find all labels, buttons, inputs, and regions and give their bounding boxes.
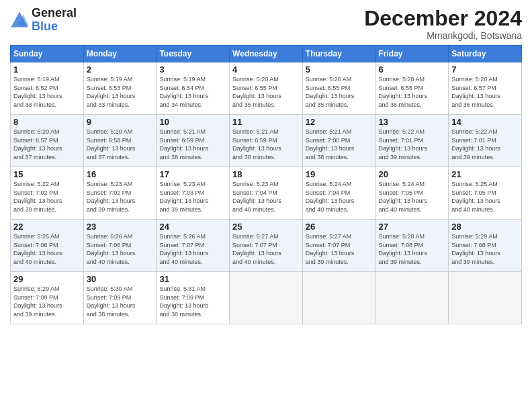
day-info: Sunrise: 5:30 AMSunset: 7:09 PMDaylight:… bbox=[87, 285, 154, 318]
day-info: Sunrise: 5:23 AMSunset: 7:03 PMDaylight:… bbox=[159, 180, 226, 214]
day-number: 5 bbox=[306, 64, 373, 75]
calendar-cell: 15 Sunrise: 5:22 AMSunset: 7:02 PMDaylig… bbox=[11, 167, 84, 220]
day-number: 14 bbox=[451, 117, 519, 127]
day-number: 1 bbox=[13, 64, 81, 75]
calendar-cell: 10 Sunrise: 5:21 AMSunset: 6:59 PMDaylig… bbox=[157, 115, 230, 167]
day-number: 23 bbox=[87, 222, 154, 232]
calendar-cell: 6 Sunrise: 5:20 AMSunset: 6:56 PMDayligh… bbox=[375, 62, 449, 115]
day-info: Sunrise: 5:31 AMSunset: 7:09 PMDaylight:… bbox=[159, 285, 226, 318]
day-info: Sunrise: 5:19 AMSunset: 6:53 PMDaylight:… bbox=[87, 75, 154, 109]
day-info: Sunrise: 5:24 AMSunset: 7:04 PMDaylight:… bbox=[306, 180, 373, 214]
day-number: 20 bbox=[379, 169, 446, 179]
day-number: 4 bbox=[232, 64, 300, 75]
calendar-week-2: 8 Sunrise: 5:20 AMSunset: 6:57 PMDayligh… bbox=[11, 115, 522, 167]
day-number: 21 bbox=[451, 169, 519, 179]
day-info: Sunrise: 5:20 AMSunset: 6:56 PMDaylight:… bbox=[379, 75, 446, 109]
day-number: 27 bbox=[379, 222, 446, 232]
calendar-week-1: 1 Sunrise: 5:19 AMSunset: 6:52 PMDayligh… bbox=[11, 62, 522, 115]
calendar-cell: 19 Sunrise: 5:24 AMSunset: 7:04 PMDaylig… bbox=[302, 167, 375, 220]
calendar-cell: 4 Sunrise: 5:20 AMSunset: 6:55 PMDayligh… bbox=[230, 62, 303, 115]
col-saturday: Saturday bbox=[449, 46, 522, 62]
day-info: Sunrise: 5:19 AMSunset: 6:54 PMDaylight:… bbox=[159, 75, 226, 109]
day-number: 25 bbox=[232, 222, 300, 232]
calendar-cell: 8 Sunrise: 5:20 AMSunset: 6:57 PMDayligh… bbox=[11, 115, 84, 167]
day-number: 31 bbox=[159, 274, 226, 284]
calendar-cell: 11 Sunrise: 5:21 AMSunset: 6:59 PMDaylig… bbox=[230, 115, 303, 167]
day-number: 29 bbox=[13, 274, 81, 284]
day-info: Sunrise: 5:23 AMSunset: 7:02 PMDaylight:… bbox=[87, 180, 154, 214]
calendar-cell: 22 Sunrise: 5:25 AMSunset: 7:06 PMDaylig… bbox=[11, 220, 84, 272]
day-info: Sunrise: 5:26 AMSunset: 7:07 PMDaylight:… bbox=[159, 232, 226, 266]
day-info: Sunrise: 5:20 AMSunset: 6:58 PMDaylight:… bbox=[87, 128, 154, 161]
col-tuesday: Tuesday bbox=[157, 46, 230, 62]
calendar-cell: 29 Sunrise: 5:29 AMSunset: 7:09 PMDaylig… bbox=[11, 272, 84, 324]
day-number: 9 bbox=[87, 117, 154, 127]
calendar-header-row: Sunday Monday Tuesday Wednesday Thursday… bbox=[11, 46, 522, 62]
day-number: 16 bbox=[87, 169, 154, 179]
calendar-week-5: 29 Sunrise: 5:29 AMSunset: 7:09 PMDaylig… bbox=[11, 272, 522, 324]
calendar-cell: 16 Sunrise: 5:23 AMSunset: 7:02 PMDaylig… bbox=[83, 167, 157, 220]
location: Mmankgodi, Botswana bbox=[364, 30, 522, 41]
col-monday: Monday bbox=[83, 46, 157, 62]
day-info: Sunrise: 5:22 AMSunset: 7:01 PMDaylight:… bbox=[451, 128, 519, 161]
day-number: 6 bbox=[379, 64, 446, 75]
day-info: Sunrise: 5:25 AMSunset: 7:05 PMDaylight:… bbox=[451, 180, 519, 214]
page-container: GeneralBlue December 2024 Mmankgodi, Bot… bbox=[0, 0, 532, 331]
col-wednesday: Wednesday bbox=[230, 46, 303, 62]
day-number: 12 bbox=[306, 117, 373, 127]
day-number: 28 bbox=[451, 222, 519, 232]
day-number: 18 bbox=[232, 169, 300, 179]
day-number: 15 bbox=[13, 169, 81, 179]
calendar-cell: 26 Sunrise: 5:27 AMSunset: 7:07 PMDaylig… bbox=[302, 220, 375, 272]
day-info: Sunrise: 5:24 AMSunset: 7:05 PMDaylight:… bbox=[379, 180, 446, 214]
day-info: Sunrise: 5:22 AMSunset: 7:01 PMDaylight:… bbox=[379, 128, 446, 161]
day-number: 7 bbox=[451, 64, 519, 75]
day-number: 26 bbox=[306, 222, 373, 232]
calendar-cell: 5 Sunrise: 5:20 AMSunset: 6:55 PMDayligh… bbox=[302, 62, 375, 115]
day-number: 13 bbox=[379, 117, 446, 127]
day-number: 8 bbox=[13, 117, 81, 127]
day-info: Sunrise: 5:26 AMSunset: 7:06 PMDaylight:… bbox=[87, 232, 154, 266]
calendar-cell: 21 Sunrise: 5:25 AMSunset: 7:05 PMDaylig… bbox=[449, 167, 522, 220]
header: GeneralBlue December 2024 Mmankgodi, Bot… bbox=[10, 7, 522, 41]
logo-icon bbox=[10, 11, 29, 30]
calendar-cell: 3 Sunrise: 5:19 AMSunset: 6:54 PMDayligh… bbox=[157, 62, 230, 115]
calendar-cell: 13 Sunrise: 5:22 AMSunset: 7:01 PMDaylig… bbox=[375, 115, 449, 167]
title-block: December 2024 Mmankgodi, Botswana bbox=[364, 7, 522, 41]
calendar-cell: 27 Sunrise: 5:28 AMSunset: 7:08 PMDaylig… bbox=[375, 220, 449, 272]
day-number: 22 bbox=[13, 222, 81, 232]
calendar-cell bbox=[449, 272, 522, 324]
calendar-cell: 28 Sunrise: 5:29 AMSunset: 7:08 PMDaylig… bbox=[449, 220, 522, 272]
day-number: 17 bbox=[159, 169, 226, 179]
calendar-cell: 14 Sunrise: 5:22 AMSunset: 7:01 PMDaylig… bbox=[449, 115, 522, 167]
day-info: Sunrise: 5:25 AMSunset: 7:06 PMDaylight:… bbox=[13, 232, 81, 266]
logo: GeneralBlue bbox=[10, 7, 77, 34]
calendar-cell: 24 Sunrise: 5:26 AMSunset: 7:07 PMDaylig… bbox=[157, 220, 230, 272]
day-info: Sunrise: 5:28 AMSunset: 7:08 PMDaylight:… bbox=[379, 232, 446, 266]
calendar-cell: 9 Sunrise: 5:20 AMSunset: 6:58 PMDayligh… bbox=[83, 115, 157, 167]
day-info: Sunrise: 5:22 AMSunset: 7:02 PMDaylight:… bbox=[13, 180, 81, 214]
day-info: Sunrise: 5:20 AMSunset: 6:57 PMDaylight:… bbox=[451, 75, 519, 109]
col-sunday: Sunday bbox=[11, 46, 84, 62]
calendar-cell: 1 Sunrise: 5:19 AMSunset: 6:52 PMDayligh… bbox=[11, 62, 84, 115]
calendar-cell: 7 Sunrise: 5:20 AMSunset: 6:57 PMDayligh… bbox=[449, 62, 522, 115]
logo-blue-text: Blue bbox=[32, 19, 58, 33]
calendar-cell: 31 Sunrise: 5:31 AMSunset: 7:09 PMDaylig… bbox=[157, 272, 230, 324]
day-info: Sunrise: 5:29 AMSunset: 7:09 PMDaylight:… bbox=[13, 285, 81, 318]
day-info: Sunrise: 5:20 AMSunset: 6:57 PMDaylight:… bbox=[13, 128, 81, 161]
day-number: 24 bbox=[159, 222, 226, 232]
calendar-cell: 30 Sunrise: 5:30 AMSunset: 7:09 PMDaylig… bbox=[83, 272, 157, 324]
calendar-cell: 17 Sunrise: 5:23 AMSunset: 7:03 PMDaylig… bbox=[157, 167, 230, 220]
day-number: 2 bbox=[87, 64, 154, 75]
day-info: Sunrise: 5:21 AMSunset: 7:00 PMDaylight:… bbox=[306, 128, 373, 161]
calendar-cell: 12 Sunrise: 5:21 AMSunset: 7:00 PMDaylig… bbox=[302, 115, 375, 167]
day-info: Sunrise: 5:20 AMSunset: 6:55 PMDaylight:… bbox=[306, 75, 373, 109]
day-number: 11 bbox=[232, 117, 300, 127]
day-number: 19 bbox=[306, 169, 373, 179]
calendar-cell: 23 Sunrise: 5:26 AMSunset: 7:06 PMDaylig… bbox=[83, 220, 157, 272]
month-title: December 2024 bbox=[364, 7, 522, 30]
day-info: Sunrise: 5:19 AMSunset: 6:52 PMDaylight:… bbox=[13, 75, 81, 109]
calendar-week-4: 22 Sunrise: 5:25 AMSunset: 7:06 PMDaylig… bbox=[11, 220, 522, 272]
day-number: 10 bbox=[159, 117, 226, 127]
calendar-cell: 25 Sunrise: 5:27 AMSunset: 7:07 PMDaylig… bbox=[230, 220, 303, 272]
